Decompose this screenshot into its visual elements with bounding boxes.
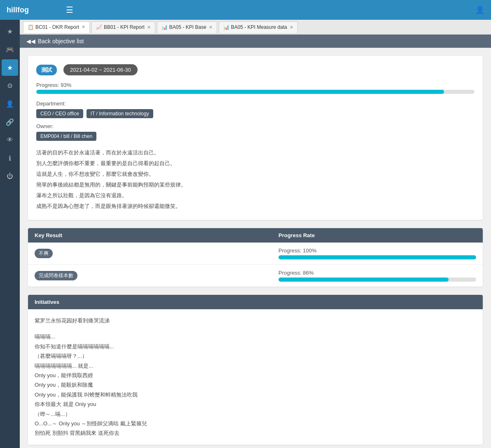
tab-bb01-icon: 📈 — [96, 24, 102, 30]
hamburger-icon[interactable]: ☰ — [66, 5, 73, 15]
initiative-item-0: 紫罗兰永恒花园好看到痛哭流涕 — [35, 316, 476, 325]
tab-bc01-label: BC01 - OKR Report — [35, 24, 79, 30]
kr-progress-label-0: Progress: 100% — [278, 247, 476, 254]
sidebar: ★ 🎮 ★ ⚙ 👤 🔗 👁 ℹ ⏻ — [0, 20, 20, 448]
back-button[interactable]: ◀◀ Back objective list — [26, 38, 84, 44]
sidebar-item-favorites[interactable]: ★ — [2, 23, 18, 40]
back-bar: ◀◀ Back objective list — [20, 35, 491, 48]
back-icon: ◀◀ — [26, 38, 35, 44]
kr-progress-bar-fill-0 — [278, 255, 476, 259]
sidebar-item-profile[interactable]: 👤 — [2, 96, 18, 112]
owner-tag: EMP004 / bill / Bill chen — [36, 132, 96, 141]
sidebar-item-power[interactable]: ⏻ — [2, 168, 18, 184]
objective-progress-bar-fill — [36, 90, 444, 94]
tab-ba05-base[interactable]: 📊 BA05 - KPI Base ✕ — [157, 21, 217, 33]
main-wrapper: 📋 BC01 - OKR Report ✕ 📈 BB01 - KPI Repor… — [20, 20, 491, 448]
objective-date-range: 2021-04-02 ~ 2021-06-30 — [63, 64, 138, 75]
topbar: hillfog ☰ 👤 — [0, 0, 491, 20]
kr-header-rate: Progress Rate — [278, 232, 476, 238]
tab-bc01[interactable]: 📋 BC01 - OKR Report ✕ — [23, 21, 90, 33]
user-icon[interactable]: 👤 — [475, 5, 484, 14]
department-tags: CEO / CEO office IT / Information techno… — [36, 109, 475, 118]
kr-tag-1: 完成問卷樣本數 — [35, 271, 77, 280]
tab-ba05-measure[interactable]: 📊 BA05 - KPI Measure data ✕ — [219, 21, 298, 33]
kr-table: Key Result Progress Rate 不爽 Progress: 10… — [28, 228, 483, 287]
objective-progress-bar-bg — [36, 90, 475, 94]
sidebar-item-info[interactable]: ℹ — [2, 150, 18, 166]
initiative-item-1: 嗝嗝嗝...你知不知道什麼是嗝嗝嗝嗝嗝嗝...（甚麼嗝嗝嗝呀？...）嗝嗝嗝嗝嗝… — [35, 332, 476, 438]
kr-rate-0: Progress: 100% — [278, 247, 476, 259]
content-area: 測試 2021-04-02 ~ 2021-06-30 Progress: 93%… — [20, 48, 491, 448]
kr-progress-bar-bg-1 — [278, 278, 476, 282]
tab-bc01-icon: 📋 — [28, 24, 34, 30]
kr-key-1: 完成問卷樣本數 — [35, 271, 278, 280]
dept-tag-ceo: CEO / CEO office — [36, 109, 83, 118]
sidebar-item-integrations[interactable]: 🔗 — [2, 114, 18, 130]
tab-ba05-measure-close[interactable]: ✕ — [290, 25, 293, 30]
sidebar-item-view[interactable]: 👁 — [2, 132, 18, 148]
kr-row-0: 不爽 Progress: 100% — [28, 243, 483, 265]
initiatives-header: Initiatives — [28, 295, 483, 309]
kr-tag-0: 不爽 — [35, 249, 53, 258]
kr-progress-bar-bg-0 — [278, 255, 476, 259]
kr-key-0: 不爽 — [35, 249, 278, 258]
initiatives-body: 紫罗兰永恒花园好看到痛哭流涕 嗝嗝嗝...你知不知道什麼是嗝嗝嗝嗝嗝嗝...（甚… — [28, 309, 483, 445]
objective-description: 活著的目的不在於永遠活著，而在於永遠活出自己。別人怎麼評價你都不重要，最重要的是… — [36, 147, 475, 212]
kr-header: Key Result Progress Rate — [28, 228, 483, 243]
kr-header-key: Key Result — [35, 232, 278, 238]
dept-tag-it: IT / Information technology — [87, 109, 153, 118]
tabs-bar: 📋 BC01 - OKR Report ✕ 📈 BB01 - KPI Repor… — [20, 20, 491, 35]
department-section: Department: CEO / CEO office IT / Inform… — [36, 100, 475, 118]
sidebar-item-dashboard[interactable]: 🎮 — [2, 41, 18, 58]
objective-header: 測試 2021-04-02 ~ 2021-06-30 — [36, 64, 475, 75]
objective-tag: 測試 — [36, 65, 57, 75]
sidebar-item-okr[interactable]: ★ — [2, 59, 18, 76]
tab-ba05-base-label: BA05 - KPI Base — [169, 24, 206, 30]
tab-ba05-measure-label: BA05 - KPI Measure data — [231, 24, 287, 30]
tab-ba05-base-close[interactable]: ✕ — [209, 25, 213, 30]
kr-rate-1: Progress: 86% — [278, 270, 476, 282]
kr-progress-label-1: Progress: 86% — [278, 270, 476, 276]
tab-bb01-close[interactable]: ✕ — [147, 25, 151, 30]
owner-section: Owner: EMP004 / bill / Bill chen — [36, 123, 475, 141]
back-label: Back objective list — [38, 38, 84, 44]
app-logo: hillfog — [7, 6, 56, 14]
tab-ba05-base-icon: 📊 — [161, 24, 168, 30]
initiatives-card: Initiatives 紫罗兰永恒花园好看到痛哭流涕 嗝嗝嗝...你知不知道什麼… — [28, 295, 483, 445]
tab-bb01[interactable]: 📈 BB01 - KPI Report ✕ — [91, 21, 155, 33]
tab-ba05-measure-icon: 📊 — [223, 24, 229, 30]
owner-label: Owner: — [36, 123, 475, 129]
department-label: Department: — [36, 100, 475, 107]
objective-card: 測試 2021-04-02 ~ 2021-06-30 Progress: 93%… — [28, 56, 483, 220]
objective-progress-section: Progress: 93% — [36, 82, 475, 94]
tab-bb01-label: BB01 - KPI Report — [104, 24, 145, 30]
tab-bc01-close[interactable]: ✕ — [82, 24, 85, 30]
kr-row-1: 完成問卷樣本數 Progress: 86% — [28, 265, 483, 287]
sidebar-item-settings[interactable]: ⚙ — [2, 77, 18, 94]
objective-progress-label: Progress: 93% — [36, 82, 475, 88]
kr-progress-bar-fill-1 — [278, 278, 449, 282]
